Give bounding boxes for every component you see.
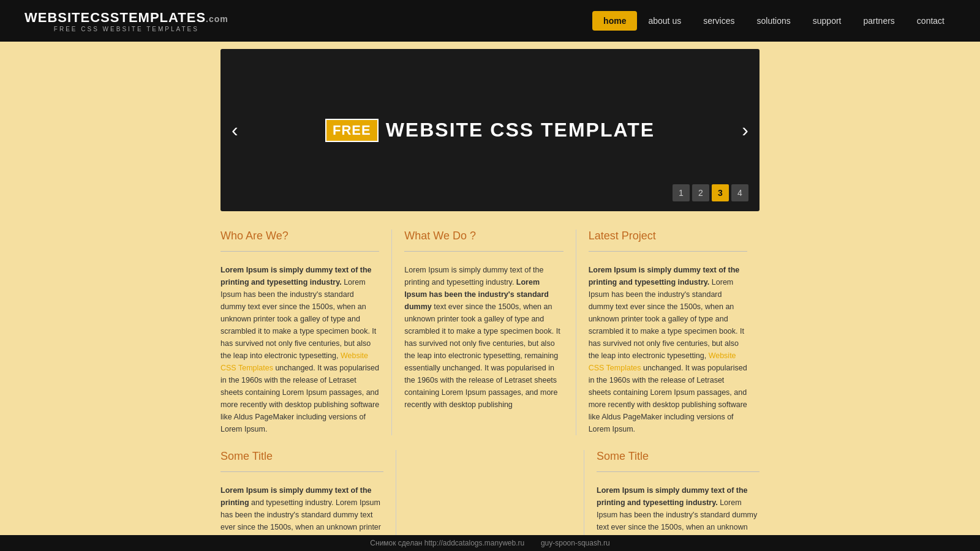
what-title: What We Do ?	[404, 230, 563, 242]
header: WEBSITECSSTEMPLATES.com FREE CSS WEBSITE…	[0, 0, 980, 42]
slider-prev-button[interactable]: ‹	[232, 119, 238, 141]
nav-about[interactable]: about us	[637, 11, 692, 31]
nav-contact[interactable]: contact	[906, 11, 956, 31]
what-body: Lorem Ipsum is simply dummy text of the …	[404, 264, 563, 411]
slider-headline: FREE WEBSITE CSS TEMPLATE	[325, 119, 655, 142]
slider-next-button[interactable]: ›	[742, 119, 748, 141]
logo-title: WEBSITECSSTEMPLATES.com	[24, 10, 228, 26]
main-nav: home about us services solutions support…	[592, 11, 956, 31]
nav-services[interactable]: services	[692, 11, 745, 31]
latest-divider	[589, 251, 747, 252]
slider-dot-1[interactable]: 1	[673, 184, 690, 201]
slider-dot-3[interactable]: 3	[712, 184, 729, 201]
slider-content: FREE WEBSITE CSS TEMPLATE	[325, 119, 655, 142]
some1-divider	[221, 471, 383, 472]
latest-title: Latest Project	[589, 230, 747, 242]
latest-col: Latest Project Lorem Ipsum is simply dum…	[576, 230, 760, 435]
bottom-bar: Снимок сделан http://addcatalogs.manyweb…	[0, 535, 980, 551]
hero-slider: ‹ FREE WEBSITE CSS TEMPLATE › 1 2 3 4	[221, 49, 760, 211]
logo-com: .com	[206, 14, 228, 24]
who-text: Lorem Ipsum has been the industry's stan…	[221, 278, 376, 360]
some1-title: Some Title	[221, 450, 383, 463]
nav-solutions[interactable]: solutions	[746, 11, 802, 31]
latest-text2: unchanged. It was popularised in the 196…	[589, 364, 747, 433]
slider-free-badge: FREE	[325, 119, 379, 142]
screenshot-text: Снимок сделан http://addcatalogs.manyweb…	[370, 539, 524, 547]
nav-home[interactable]: home	[592, 11, 637, 31]
who-col: Who Are We? Lorem Ipsum is simply dummy …	[221, 230, 392, 435]
latest-text: Lorem Ipsum has been the industry's stan…	[589, 278, 744, 360]
nav-partners[interactable]: partners	[853, 11, 906, 31]
some2-title: Some Title	[597, 450, 760, 463]
slider-title-text: WEBSITE CSS TEMPLATE	[386, 119, 655, 141]
who-body: Lorem Ipsum is simply dummy text of the …	[221, 264, 379, 435]
slider-pagination: 1 2 3 4	[673, 184, 748, 201]
what-text: text ever since the 1500s, when an unkno…	[404, 302, 560, 409]
main-wrapper: ‹ FREE WEBSITE CSS TEMPLATE › 1 2 3 4 Wh…	[221, 42, 760, 551]
who-divider	[221, 251, 379, 252]
who-title: Who Are We?	[221, 230, 379, 242]
who-text2: unchanged. It was popularised in the 196…	[221, 364, 379, 433]
slider-dot-4[interactable]: 4	[731, 184, 748, 201]
content-row-1: Who Are We? Lorem Ipsum is simply dummy …	[221, 230, 760, 435]
nav-support[interactable]: support	[802, 11, 853, 31]
what-divider	[404, 251, 563, 252]
logo-subtitle: FREE CSS WEBSITE TEMPLATES	[24, 26, 228, 32]
logo-main-text: WEBSITECSSTEMPLATES	[24, 10, 206, 25]
domain-text: guy-spoon-squash.ru	[541, 539, 610, 547]
some2-divider	[597, 471, 760, 472]
latest-body: Lorem Ipsum is simply dummy text of the …	[589, 264, 747, 435]
what-col: What We Do ? Lorem Ipsum is simply dummy…	[392, 230, 576, 435]
slider-dot-2[interactable]: 2	[692, 184, 709, 201]
logo-area: WEBSITECSSTEMPLATES.com FREE CSS WEBSITE…	[24, 10, 228, 32]
